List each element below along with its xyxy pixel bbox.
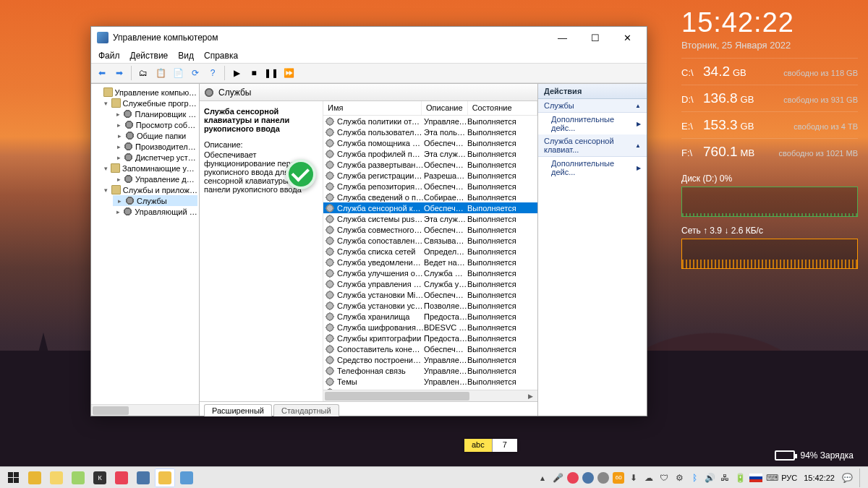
taskbar-app-2[interactable]	[46, 468, 67, 487]
tray-battery-icon[interactable]: 🔋	[734, 472, 746, 484]
taskbar-app-3[interactable]	[68, 468, 88, 487]
menu-file[interactable]: Файл	[98, 51, 120, 61]
tree-item[interactable]: ▸Производительность	[113, 141, 197, 152]
taskbar-app-1[interactable]	[25, 468, 45, 487]
tray-language[interactable]: РУС	[781, 474, 797, 482]
close-button[interactable]: ✕	[611, 29, 644, 46]
restart-service-button[interactable]: ⏩	[281, 65, 297, 81]
service-row[interactable]: Служба репозитория состо...Обеспечив...В…	[323, 181, 537, 192]
service-row[interactable]: Служба развертывания Ap...Обеспечив...Вы…	[323, 159, 537, 170]
actions-more-2[interactable]: Дополнительные дейс...▶	[538, 157, 647, 179]
tree-services-apps[interactable]: ▾Службы и приложения	[100, 184, 197, 195]
tray-keyboard-icon[interactable]: ⌨	[766, 472, 778, 484]
start-button[interactable]	[3, 468, 23, 487]
col-description[interactable]: Описание	[422, 101, 468, 115]
service-row[interactable]: Службы криптографииПредостав...Выполняет…	[323, 333, 537, 343]
tree-item[interactable]: ▸Общие папки	[113, 130, 197, 141]
tree-item[interactable]: ▸Просмотр событий	[113, 119, 197, 130]
tray-app-icon-8[interactable]: ⚙	[673, 472, 685, 484]
col-name[interactable]: Имя	[323, 101, 422, 115]
actions-more-1[interactable]: Дополнительные дейс...▶	[538, 113, 647, 134]
nav-back-button[interactable]: ⬅	[94, 65, 110, 81]
tray-flag-icon[interactable]	[749, 474, 762, 482]
tray-action-center-icon[interactable]: 💬	[841, 472, 853, 484]
tree-item[interactable]: ▸Планировщик заданий	[113, 108, 197, 119]
system-tray[interactable]: ▴ 🎤 60 ⬇ ☁ 🛡 ⚙ ᛒ 🔊 🖧 🔋 ⌨ РУС 15:42:22 💬	[537, 468, 865, 487]
service-row[interactable]: Служба управления радиоСлужба уп...Выпол…	[323, 278, 537, 289]
service-row[interactable]: Служба списка сетейОпределяе...Выполняет…	[323, 246, 537, 257]
column-headers[interactable]: Имя Описание Состояние	[323, 101, 537, 116]
tree-item[interactable]: ▸Управляющий элемент	[113, 206, 197, 217]
taskbar-app-5[interactable]	[111, 468, 132, 487]
service-row[interactable]: Служба профилей пользов...Эта служба...В…	[323, 148, 537, 159]
col-state[interactable]: Состояние	[468, 101, 537, 115]
list-hscrollbar[interactable]: ▶	[323, 390, 537, 401]
taskbar-app-active[interactable]	[155, 468, 175, 487]
service-row[interactable]: ТемыУправлени...Выполняется	[323, 376, 537, 387]
titlebar[interactable]: Управление компьютером — ☐ ✕	[91, 27, 647, 48]
service-row[interactable]: Сопоставитель конечных т...Обеспечив...В…	[323, 343, 537, 354]
services-list[interactable]: Служба политики отображ...Управляет...Вы…	[323, 116, 537, 390]
tree-system-tools[interactable]: ▾Служебные программы	[100, 98, 197, 108]
service-row[interactable]: Служба помощника по сов...Обеспечив...Вы…	[323, 137, 537, 148]
tree-root[interactable]: Управление компьютером (лс	[93, 87, 197, 98]
service-row[interactable]: Служба политики отображ...Управляет...Вы…	[323, 116, 537, 127]
menu-action[interactable]: Действие	[130, 51, 169, 61]
tray-app-icon-2[interactable]	[582, 472, 594, 484]
service-row[interactable]: Служба сведений о подкл...Собирает ...Вы…	[323, 192, 537, 202]
tray-app-icon-6[interactable]: ☁	[643, 472, 655, 484]
show-hide-tree-button[interactable]: 🗂	[135, 65, 151, 81]
tray-clock[interactable]: 15:42:22	[801, 474, 838, 482]
tray-app-icon-7[interactable]: 🛡	[658, 472, 670, 484]
minimize-button[interactable]: —	[546, 29, 579, 46]
help-button[interactable]: ?	[205, 65, 221, 81]
service-row[interactable]: Служба установки Microsof...Обеспечив...…	[323, 289, 537, 300]
tray-app-icon-3[interactable]	[597, 472, 609, 484]
service-row[interactable]: Служба пользователя плат...Эта пользо...…	[323, 127, 537, 137]
taskbar-app-6[interactable]	[133, 468, 153, 487]
tree-item[interactable]: ▸Управление дисками	[113, 174, 197, 184]
service-row[interactable]: Служба установки устройствПозволяет ...В…	[323, 300, 537, 311]
tray-app-icon-1[interactable]	[567, 472, 579, 484]
tab-standard[interactable]: Стандартный	[273, 404, 339, 416]
service-row[interactable]: Служба улучшения отобра...Служба дл...Вы…	[323, 267, 537, 278]
maximize-button[interactable]: ☐	[579, 29, 611, 46]
tray-volume-icon[interactable]: 🔊	[704, 472, 715, 484]
refresh-button[interactable]: ⟳	[187, 65, 203, 81]
actions-section-services[interactable]: Службы▲	[538, 99, 647, 113]
show-desktop-button[interactable]	[859, 468, 864, 487]
service-row[interactable]: Служба сопоставления уст...Связывани...В…	[323, 235, 537, 246]
properties-button[interactable]: 📋	[153, 65, 169, 81]
service-row[interactable]: Средство построения коне...Управляет...В…	[323, 354, 537, 365]
input-mode-indicator[interactable]: abc 7	[464, 439, 517, 452]
export-button[interactable]: 📄	[170, 65, 186, 81]
taskbar-app-7[interactable]	[176, 468, 197, 487]
tray-network-icon[interactable]: 🖧	[719, 472, 731, 484]
service-row[interactable]: Служба уведомления о сис...Ведет набл...…	[323, 257, 537, 267]
tray-app-icon-4[interactable]: 60	[613, 472, 624, 484]
menu-view[interactable]: Вид	[178, 51, 194, 61]
stop-service-button[interactable]: ■	[246, 65, 262, 81]
service-row[interactable]: Служба шифрования диско...BDESVC пр...Вы…	[323, 322, 537, 333]
service-row[interactable]: Служба совместного досту...Обеспечив...В…	[323, 224, 537, 235]
tab-extended[interactable]: Расширенный	[204, 404, 272, 416]
actions-section-selected[interactable]: Служба сенсорной клавиат...▲	[538, 134, 647, 157]
tree-item[interactable]: ▸Диспетчер устройств	[113, 152, 197, 163]
service-row[interactable]: Служба хранилищаПредостав...Выполняется	[323, 311, 537, 322]
tree-item[interactable]: ▸Службы	[113, 195, 197, 206]
tray-overflow-icon[interactable]: ▴	[537, 472, 548, 484]
taskbar[interactable]: К ▴ 🎤 60 ⬇ ☁ 🛡 ⚙ ᛒ 🔊 🖧 🔋 ⌨ РУС 15:42:22 …	[0, 466, 868, 488]
tree-hscrollbar[interactable]	[91, 404, 199, 416]
menu-help[interactable]: Справка	[204, 51, 238, 61]
start-service-button[interactable]: ▶	[229, 65, 244, 81]
tray-mic-icon[interactable]: 🎤	[552, 472, 563, 484]
service-row[interactable]: Служба регистрации ошиб...Разрешает ...В…	[323, 170, 537, 181]
tray-bluetooth-icon[interactable]: ᛒ	[689, 472, 700, 484]
nav-forward-button[interactable]: ➡	[111, 65, 127, 81]
pause-service-button[interactable]: ❚❚	[263, 65, 279, 81]
service-row[interactable]: Служба сенсорной клавиат...Обеспечив...В…	[323, 202, 537, 213]
taskbar-app-4[interactable]: К	[90, 468, 110, 487]
service-row[interactable]: Служба системы push-увед...Эта служба...…	[323, 213, 537, 224]
tray-app-icon-5[interactable]: ⬇	[628, 472, 639, 484]
service-row[interactable]: Телефонная связьУправляет...Выполняется	[323, 365, 537, 376]
